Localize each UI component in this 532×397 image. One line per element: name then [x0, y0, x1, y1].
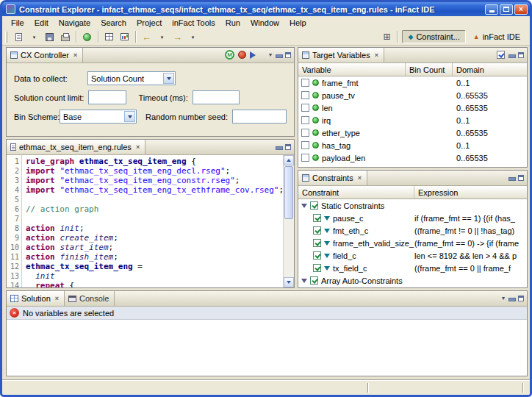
random-seed-input[interactable]: [232, 110, 287, 124]
menu-item-help[interactable]: Help: [284, 18, 312, 28]
maximize-view-icon[interactable]: [518, 175, 524, 181]
code-area[interactable]: rule_graph ethmac_tx_seq_item_eng {impor…: [22, 155, 294, 287]
menu-item-navigate[interactable]: Navigate: [54, 18, 96, 28]
variable-checkbox[interactable]: [301, 91, 309, 99]
variable-checkbox[interactable]: [301, 154, 309, 162]
bin-scheme-select[interactable]: Base: [60, 110, 137, 124]
variable-checkbox[interactable]: [301, 104, 309, 112]
maximize-view-icon[interactable]: [285, 52, 291, 58]
constraint-row[interactable]: Static Constraints: [298, 199, 527, 212]
toolbar-grip[interactable]: [5, 32, 7, 43]
dropdown-button[interactable]: [124, 111, 135, 122]
back-dropdown-icon[interactable]: ▾: [154, 29, 170, 44]
run-icon[interactable]: [250, 51, 256, 59]
column-header-domain[interactable]: Domain: [453, 63, 527, 76]
select-variables-icon[interactable]: [497, 51, 505, 59]
minimize-view-icon[interactable]: [276, 52, 281, 58]
solution-count-limit-input[interactable]: [88, 90, 126, 104]
code-editor[interactable]: 1234567891011121314 rule_graph ethmac_tx…: [7, 155, 294, 287]
status-message-row[interactable]: × No variables are selected: [7, 307, 527, 320]
forward-dropdown-icon[interactable]: ▾: [185, 29, 201, 44]
variable-checkbox[interactable]: [301, 79, 309, 87]
expander-icon[interactable]: [301, 204, 307, 208]
metrics-icon[interactable]: M: [225, 50, 234, 60]
save-icon[interactable]: [42, 29, 57, 44]
minimize-view-icon[interactable]: [508, 296, 514, 301]
constraint-checkbox[interactable]: [313, 239, 321, 247]
constraint-row[interactable]: pause_cif (frame_fmt == 1) {(if (has_: [298, 212, 527, 224]
constraint-row[interactable]: tx_field_c((frame_fmt == 0 || frame_f: [298, 262, 527, 274]
variable-row[interactable]: pause_tv0..65535: [298, 89, 527, 101]
variable-row[interactable]: len0..65535: [298, 101, 527, 114]
scroll-up-button[interactable]: [284, 155, 294, 165]
constraint-row[interactable]: field_clen <= 8192 && len > 4 && p: [298, 249, 527, 262]
variable-row[interactable]: frame_fmt0..1: [298, 76, 527, 89]
constraint-row[interactable]: fmt_eth_c((frame_fmt != 0 || !has_tag): [298, 224, 527, 237]
constraint-checkbox[interactable]: [313, 264, 321, 272]
menu-item-run[interactable]: Run: [220, 18, 245, 28]
forward-icon[interactable]: →: [170, 29, 185, 44]
view-menu-icon[interactable]: ▾: [269, 52, 272, 58]
minimize-button[interactable]: [485, 4, 498, 15]
tab-cx-controller[interactable]: CX Controller ×: [7, 48, 83, 62]
print-icon[interactable]: [57, 29, 73, 44]
record-icon[interactable]: [238, 51, 246, 59]
maximize-view-icon[interactable]: [285, 144, 291, 150]
menu-item-project[interactable]: Project: [132, 18, 167, 28]
maximize-view-icon[interactable]: [518, 296, 524, 301]
menu-item-edit[interactable]: Edit: [29, 18, 54, 28]
column-header-variable[interactable]: Variable: [298, 63, 406, 76]
new-wizard-icon[interactable]: [11, 29, 26, 44]
variable-checkbox[interactable]: [301, 141, 309, 149]
chart-view-icon[interactable]: [117, 29, 132, 44]
column-header-expression[interactable]: Expression: [414, 186, 527, 198]
column-header-constraint[interactable]: Constraint: [298, 186, 414, 198]
close-icon[interactable]: ×: [54, 295, 59, 302]
tab-constraints[interactable]: Constraints ×: [298, 171, 367, 185]
perspective-tab-infact-ide[interactable]: ▲inFact IDE: [467, 30, 526, 43]
variable-row[interactable]: has_tag0..1: [298, 139, 527, 151]
close-icon[interactable]: ×: [72, 51, 77, 59]
group-checkbox[interactable]: [310, 276, 318, 285]
open-perspective-button[interactable]: ⊞: [381, 32, 392, 42]
scroll-down-button[interactable]: [284, 277, 294, 287]
infact-run-icon[interactable]: [79, 29, 95, 44]
variable-checkbox[interactable]: [301, 116, 309, 124]
menu-item-infact-tools[interactable]: inFact Tools: [167, 18, 220, 28]
tab-console[interactable]: Console: [65, 291, 115, 306]
minimize-view-icon[interactable]: [508, 175, 514, 181]
tab-editor[interactable]: ethmac_tx_seq_item_eng.rules ×: [7, 140, 145, 154]
dropdown-button[interactable]: [163, 73, 174, 84]
expander-icon[interactable]: [301, 279, 307, 283]
menu-item-window[interactable]: Window: [245, 18, 284, 28]
tab-solution[interactable]: Solution×: [7, 291, 65, 306]
column-header-bin-count[interactable]: Bin Count: [406, 63, 453, 76]
variable-row[interactable]: ether_type0..65535: [298, 126, 527, 139]
variable-checkbox[interactable]: [301, 129, 309, 137]
minimize-view-icon[interactable]: [508, 52, 514, 58]
editor-vertical-scrollbar[interactable]: [283, 155, 294, 287]
constraint-checkbox[interactable]: [313, 214, 321, 222]
coverage-view-icon[interactable]: [101, 29, 117, 44]
variable-row[interactable]: irq0..1: [298, 114, 527, 126]
maximize-view-icon[interactable]: [518, 52, 524, 58]
close-icon[interactable]: ×: [373, 51, 378, 59]
scrollbar-thumb[interactable]: [284, 166, 293, 219]
maximize-button[interactable]: [500, 4, 513, 15]
constraint-checkbox[interactable]: [313, 251, 321, 260]
new-dropdown-icon[interactable]: ▾: [26, 29, 42, 44]
data-to-collect-select[interactable]: Solution Count: [87, 71, 176, 85]
menu-item-file[interactable]: File: [6, 18, 29, 28]
view-menu-icon[interactable]: ▾: [502, 296, 505, 301]
group-checkbox[interactable]: [310, 201, 318, 210]
timeout-input[interactable]: [193, 90, 240, 104]
close-icon[interactable]: ×: [356, 174, 362, 182]
constraint-row[interactable]: frame_eth_valid_size_(frame_fmt == 0) ->…: [298, 237, 527, 249]
variable-row[interactable]: payload_len0..65535: [298, 151, 527, 164]
close-icon[interactable]: ×: [134, 143, 140, 151]
menu-item-search[interactable]: Search: [96, 18, 132, 28]
back-icon[interactable]: ←: [139, 29, 154, 44]
minimize-view-icon[interactable]: [276, 144, 281, 150]
tab-target-variables[interactable]: Target Variables ×: [298, 48, 384, 62]
constraint-checkbox[interactable]: [313, 226, 321, 235]
